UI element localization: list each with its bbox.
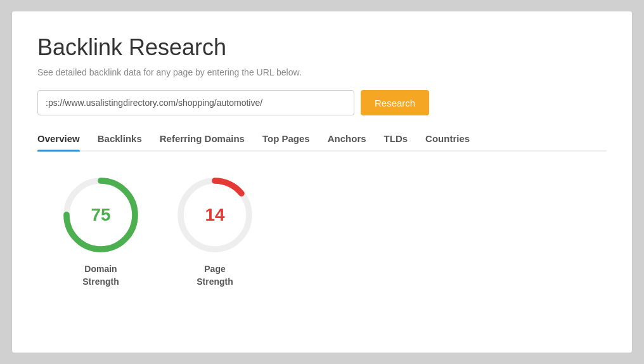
domain-strength-metric: 75 DomainStrength — [63, 177, 139, 288]
search-row: Research — [37, 90, 607, 115]
tabs-nav: Overview Backlinks Referring Domains Top… — [37, 133, 607, 152]
tab-countries[interactable]: Countries — [425, 133, 470, 150]
url-input[interactable] — [37, 90, 354, 115]
research-button[interactable]: Research — [361, 90, 429, 115]
tab-referring-domains[interactable]: Referring Domains — [160, 133, 245, 150]
domain-strength-label: DomainStrength — [82, 263, 119, 288]
page-strength-label: PageStrength — [196, 263, 233, 288]
tab-anchors[interactable]: Anchors — [328, 133, 366, 150]
page-title: Backlink Research — [37, 34, 607, 61]
metrics-row: 75 DomainStrength 14 PageStrength — [37, 177, 607, 288]
tab-tlds[interactable]: TLDs — [384, 133, 408, 150]
domain-strength-value: 75 — [91, 205, 110, 225]
tab-overview[interactable]: Overview — [37, 133, 80, 150]
tab-backlinks[interactable]: Backlinks — [98, 133, 142, 150]
main-card: Backlink Research See detailed backlink … — [11, 11, 633, 353]
page-strength-value: 14 — [205, 205, 224, 225]
domain-strength-circle: 75 — [63, 177, 139, 253]
page-subtitle: See detailed backlink data for any page … — [37, 67, 607, 77]
tab-top-pages[interactable]: Top Pages — [262, 133, 310, 150]
page-strength-circle: 14 — [177, 177, 253, 253]
page-strength-metric: 14 PageStrength — [177, 177, 253, 288]
